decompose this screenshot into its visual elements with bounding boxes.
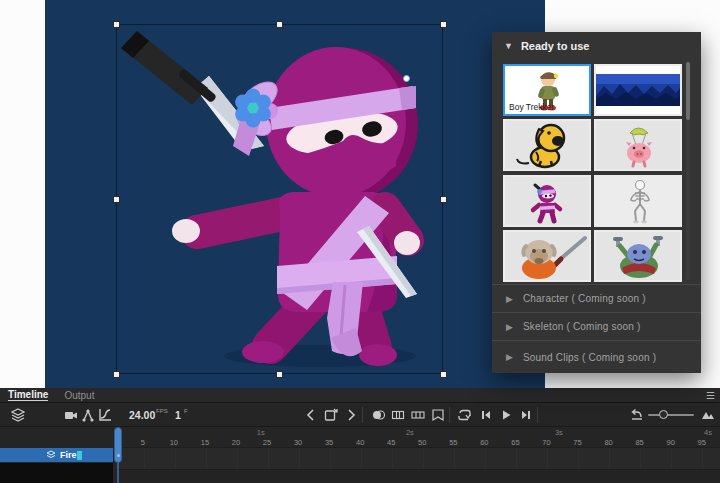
layer-row-fire[interactable]: Fire (0, 448, 113, 462)
assets-panel: ▼ Ready to use Boy Trekker (492, 32, 701, 373)
parachute-pig-art (596, 121, 680, 169)
chevron-right-icon: ▶ (506, 352, 513, 362)
parenting-icon[interactable] (81, 408, 95, 422)
purple-ninja-art (505, 177, 589, 225)
assets-section-sound-clips[interactable]: ▶ Sound Clips ( Coming soon ) (492, 340, 701, 373)
ruler-label: 20 (232, 438, 240, 447)
transform-point[interactable] (403, 75, 410, 82)
playhead[interactable] (114, 427, 122, 463)
selection-handle-ne[interactable] (440, 21, 447, 28)
playhead-knob (117, 454, 120, 457)
chevron-down-icon: ▼ (504, 41, 513, 51)
asset-card-old-swordsman[interactable] (503, 230, 591, 282)
step-back-icon[interactable] (479, 408, 493, 422)
asset-caption: Boy Trekker (509, 102, 554, 112)
selection-handle-n[interactable] (276, 21, 283, 28)
tab-timeline[interactable]: Timeline (8, 389, 48, 401)
frame-strip[interactable] (116, 448, 720, 470)
selection-box[interactable] (116, 24, 443, 374)
frame-unit: F (184, 408, 188, 414)
timeline-toolbar: 24.00 FPS 1 F (0, 403, 720, 427)
ruler-label: 1s (257, 428, 265, 437)
ruler-label: 10 (170, 438, 178, 447)
ruler-label: 2s (406, 428, 414, 437)
playhead-stem (117, 463, 119, 483)
stage-canvas[interactable] (45, 0, 545, 388)
onion-skin-range-icon[interactable] (391, 408, 405, 422)
graph-editor-icon[interactable] (98, 408, 112, 422)
ruler-label: 75 (573, 438, 581, 447)
toolbar-separator (537, 407, 538, 423)
fit-frames-icon[interactable] (701, 408, 715, 422)
assets-section-skeleton[interactable]: ▶ Skeleton ( Coming soon ) (492, 312, 701, 340)
selection-handle-sw[interactable] (113, 371, 120, 378)
panel-menu-icon[interactable]: ☰ (706, 390, 715, 401)
ruler-label: 95 (698, 438, 706, 447)
ruler-frame-numbers[interactable]: 5101520253035404550556065707580859095 (116, 437, 720, 448)
asset-card-alien-turtle[interactable] (594, 230, 682, 282)
ruler-label: 30 (294, 438, 302, 447)
fps-value[interactable]: 24.00 (129, 409, 155, 421)
chevron-right-icon: ▶ (506, 322, 513, 332)
loop-playback-icon[interactable] (457, 408, 471, 422)
step-forward-icon[interactable] (519, 408, 533, 422)
current-frame-value[interactable]: 1 (175, 409, 181, 421)
timeline-tabbar: Timeline Output ☰ (0, 388, 720, 403)
selection-handle-e[interactable] (440, 196, 447, 203)
onion-skin-icon[interactable] (371, 408, 385, 422)
next-keyframe-icon[interactable] (344, 408, 358, 422)
camera-icon[interactable] (64, 408, 78, 422)
old-swordsman-art (505, 232, 589, 280)
ruler-label: 80 (604, 438, 612, 447)
tab-output[interactable]: Output (64, 390, 94, 401)
assets-section-ready[interactable]: ▼ Ready to use (492, 32, 701, 60)
ruler-label: 45 (387, 438, 395, 447)
fps-unit: FPS (156, 408, 168, 414)
ruler-label: 40 (356, 438, 364, 447)
play-icon[interactable] (499, 408, 513, 422)
advanced-layers-icon[interactable] (11, 408, 25, 422)
edit-multiple-frames-icon[interactable] (411, 408, 425, 422)
ruler-label: 5 (141, 438, 145, 447)
asset-card-parachute-pig[interactable] (594, 119, 682, 171)
mountain-scene-art (596, 66, 680, 114)
layer-outline-color-chip[interactable] (77, 451, 82, 460)
selection-handle-w[interactable] (113, 196, 120, 203)
ruler-label: 55 (449, 438, 457, 447)
zoom-slider-track[interactable] (648, 414, 694, 416)
asset-card-skeleton-sketch[interactable] (594, 175, 682, 227)
layer-name: Fire (60, 450, 77, 460)
ruler-seconds-row[interactable]: 1s2s3s4s (116, 427, 720, 437)
previous-keyframe-icon[interactable] (304, 408, 318, 422)
asset-card-boy-trekker[interactable]: Boy Trekker (503, 64, 591, 116)
ruler-label: 15 (201, 438, 209, 447)
asset-card-yellow-dog[interactable] (503, 119, 591, 171)
zoom-slider-knob[interactable] (659, 410, 668, 419)
asset-card-purple-ninja[interactable] (503, 175, 591, 227)
ruler-label: 3s (555, 428, 563, 437)
reset-zoom-icon[interactable] (630, 408, 644, 422)
ruler-label: 35 (325, 438, 333, 447)
section-label: Sound Clips ( Coming soon ) (523, 352, 656, 363)
asset-card-mountain-scene[interactable] (594, 64, 682, 116)
selection-handle-nw[interactable] (113, 21, 120, 28)
ruler-label: 4s (704, 428, 712, 437)
assets-scrollbar-thumb[interactable] (686, 62, 690, 120)
layer-icon (46, 450, 56, 460)
toolbar-separator (362, 407, 363, 423)
selection-handle-se[interactable] (440, 371, 447, 378)
section-label: Character ( Coming soon ) (523, 293, 646, 304)
frame-strip-empty (116, 471, 720, 483)
skeleton-sketch-art (596, 177, 680, 225)
yellow-dog-art (505, 121, 589, 169)
ruler-label: 60 (480, 438, 488, 447)
ruler-label: 25 (263, 438, 271, 447)
section-label: Skeleton ( Coming soon ) (523, 321, 641, 332)
ruler-label: 65 (511, 438, 519, 447)
ruler-label: 50 (418, 438, 426, 447)
selection-handle-s[interactable] (276, 371, 283, 378)
assets-section-character[interactable]: ▶ Character ( Coming soon ) (492, 284, 701, 312)
banner-icon[interactable] (431, 408, 445, 422)
assets-header-label: Ready to use (521, 40, 589, 52)
insert-keyframe-icon[interactable] (324, 408, 338, 422)
